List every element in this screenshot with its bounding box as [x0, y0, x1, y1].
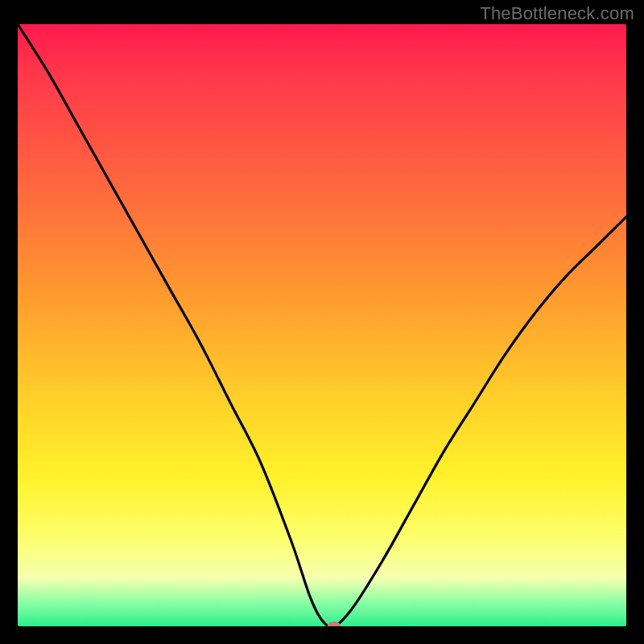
- background-gradient: [18, 24, 626, 626]
- watermark-text: TheBottleneck.com: [480, 3, 634, 24]
- optimal-marker-icon: [328, 621, 341, 626]
- chart-frame: TheBottleneck.com: [0, 0, 644, 644]
- plot-area: [18, 24, 626, 626]
